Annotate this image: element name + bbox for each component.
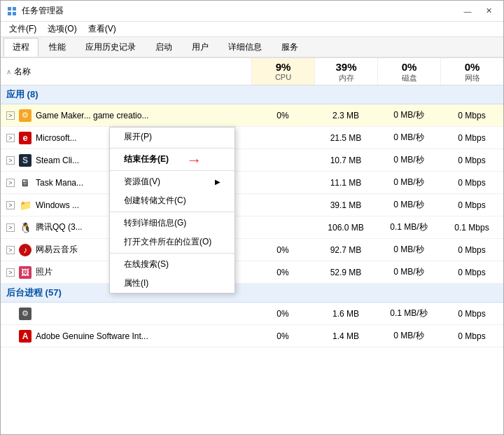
context-menu-separator (110, 170, 234, 171)
table-row[interactable]: > 📁 Windows ... 39.1 MB 0 MB/秒 0 Mbps (1, 194, 503, 216)
context-menu-separator (110, 212, 234, 212)
expand-button[interactable]: > (6, 223, 15, 232)
net-cell: 0 Mbps (440, 108, 503, 123)
disk-cell: 0 MB/秒 (377, 241, 440, 258)
table-row[interactable]: > S Steam Cli... 10.7 MB 0 MB/秒 0 Mbps (1, 149, 503, 172)
minimize-button[interactable]: — (458, 4, 477, 18)
mem-cell: 10.7 MB (314, 153, 377, 168)
task-manager-window: 任务管理器 — ✕ 文件(F) 选项(O) 查看(V) 进程 性能 应用历史记录… (0, 0, 504, 435)
section-background: 后台进程 (57) (1, 284, 503, 303)
expand-button[interactable]: > (6, 246, 15, 254)
app-icon: e (19, 132, 31, 144)
context-menu-expand[interactable]: 展开(P) (110, 127, 234, 146)
col-net-header[interactable]: 0% 网络 (440, 58, 503, 85)
name-cell: A Adobe Genuine Software Int... (1, 327, 251, 345)
tab-app-history[interactable]: 应用历史记录 (76, 38, 145, 57)
col-disk-label: 磁盘 (384, 73, 435, 83)
app-name: Windows ... (36, 200, 79, 210)
disk-cell: 0 MB/秒 (377, 263, 440, 281)
mem-cell: 2.3 MB (314, 108, 377, 123)
app-name: Task Mana... (36, 178, 83, 188)
net-cell: 0 Mbps (440, 265, 503, 280)
col-cpu-label: CPU (258, 73, 309, 81)
app-icon: 🖼 (19, 266, 31, 279)
col-mem-percent: 39% (321, 61, 372, 73)
table-row[interactable]: ⚙ 0% 1.6 MB 0.1 MB/秒 0 Mbps (1, 303, 503, 325)
mem-cell: 1.6 MB (314, 306, 377, 322)
context-menu-goto-details[interactable]: 转到详细信息(G) (110, 214, 234, 233)
app-icon: A (19, 330, 31, 343)
window-icon (6, 6, 18, 17)
tab-processes[interactable]: 进程 (4, 38, 38, 57)
cpu-cell (251, 180, 314, 186)
col-cpu-header[interactable]: 9% CPU (251, 58, 314, 85)
app-icon: ♪ (19, 244, 31, 256)
app-icon: 🖥 (19, 177, 31, 189)
app-icon: 📁 (19, 199, 31, 212)
net-cell: 0 Mbps (440, 242, 503, 258)
table-body: 应用 (8) > ⚙ Game Maker... game creatio...… (1, 85, 503, 418)
tab-users[interactable]: 用户 (183, 38, 218, 57)
context-menu-open-file-location[interactable]: 打开文件所在的位置(O) (110, 233, 234, 251)
tab-bar: 进程 性能 应用历史记录 启动 用户 详细信息 服务 (1, 37, 503, 58)
context-menu-resource-values[interactable]: 资源值(V) ▶ (110, 172, 234, 191)
col-net-label: 网络 (447, 73, 498, 83)
disk-cell: 0 MB/秒 (377, 151, 440, 169)
col-name-label[interactable]: 名称 (14, 66, 31, 78)
menu-view[interactable]: 查看(V) (83, 22, 122, 36)
context-menu-create-dump[interactable]: 创建转储文件(C) (110, 191, 234, 210)
table-row[interactable]: > e Microsoft... 21.5 MB 0 MB/秒 0 Mbps (1, 127, 503, 149)
tab-startup[interactable]: 启动 (146, 38, 181, 57)
svg-rect-0 (8, 7, 11, 11)
cpu-cell (251, 158, 314, 163)
app-name: Game Maker... game creatio... (36, 111, 148, 120)
context-menu: 展开(P) 结束任务(E) 资源值(V) ▶ 创建转储文件(C) 转到详细信息(… (109, 127, 235, 294)
context-menu-search-online[interactable]: 在线搜索(S) (110, 255, 234, 274)
name-cell: ⚙ (1, 305, 251, 323)
app-name: 网易云音乐 (36, 244, 78, 256)
context-menu-separator (110, 148, 234, 149)
net-cell: 0 Mbps (440, 153, 503, 168)
menu-options[interactable]: 选项(O) (42, 22, 82, 36)
expand-button[interactable]: > (6, 179, 15, 187)
app-name: 腾讯QQ (3... (36, 221, 83, 233)
close-button[interactable]: ✕ (479, 4, 498, 18)
cpu-cell: 0% (251, 265, 314, 280)
cpu-cell: 0% (251, 108, 314, 123)
cpu-cell: 0% (251, 306, 314, 322)
tab-services[interactable]: 服务 (272, 38, 307, 57)
cpu-cell (251, 225, 314, 230)
table-row[interactable]: > ⚙ Game Maker... game creatio... 0% 2.3… (1, 104, 503, 127)
mem-cell: 52.9 MB (314, 265, 377, 280)
col-disk-header[interactable]: 0% 磁盘 (377, 58, 440, 85)
app-name: Microsoft... (36, 133, 77, 143)
menu-file[interactable]: 文件(F) (4, 22, 42, 36)
cpu-cell: 0% (251, 242, 314, 258)
tab-performance[interactable]: 性能 (40, 38, 75, 57)
expand-button[interactable]: > (6, 111, 15, 120)
menu-bar: 文件(F) 选项(O) 查看(V) (1, 22, 503, 37)
cpu-cell: 0% (251, 329, 314, 344)
expand-button[interactable]: > (6, 134, 15, 142)
red-arrow-indicator: ← (186, 151, 202, 170)
table-row[interactable]: > ♪ 网易云音乐 0% 92.7 MB 0 MB/秒 0 Mbps (1, 239, 503, 261)
context-menu-end-task[interactable]: 结束任务(E) (110, 150, 234, 169)
title-controls: — ✕ (458, 4, 498, 18)
cpu-cell (251, 202, 314, 208)
expand-button[interactable]: > (6, 268, 15, 277)
table-row[interactable]: > 🐧 腾讯QQ (3... 106.0 MB 0.1 MB/秒 0.1 Mbp… (1, 216, 503, 239)
disk-cell: 0 MB/秒 (377, 196, 440, 214)
table-row[interactable]: > 🖼 照片 0% 52.9 MB 0 MB/秒 0 Mbps (1, 261, 503, 284)
cpu-cell (251, 135, 314, 141)
submenu-arrow-icon: ▶ (215, 178, 220, 186)
table-row[interactable]: > 🖥 Task Mana... 11.1 MB 0 MB/秒 0 Mbps (1, 172, 503, 194)
expand-button[interactable]: > (6, 201, 15, 209)
col-mem-header[interactable]: 39% 内存 (314, 58, 377, 85)
table-row[interactable]: A Adobe Genuine Software Int... 0% 1.4 M… (1, 325, 503, 347)
tab-details[interactable]: 详细信息 (219, 38, 271, 57)
context-menu-properties[interactable]: 属性(I) (110, 274, 234, 293)
expand-button[interactable]: > (6, 156, 15, 165)
app-icon: ⚙ (19, 308, 31, 320)
name-cell: > ⚙ Game Maker... game creatio... (1, 106, 251, 125)
mem-cell: 21.5 MB (314, 130, 377, 146)
